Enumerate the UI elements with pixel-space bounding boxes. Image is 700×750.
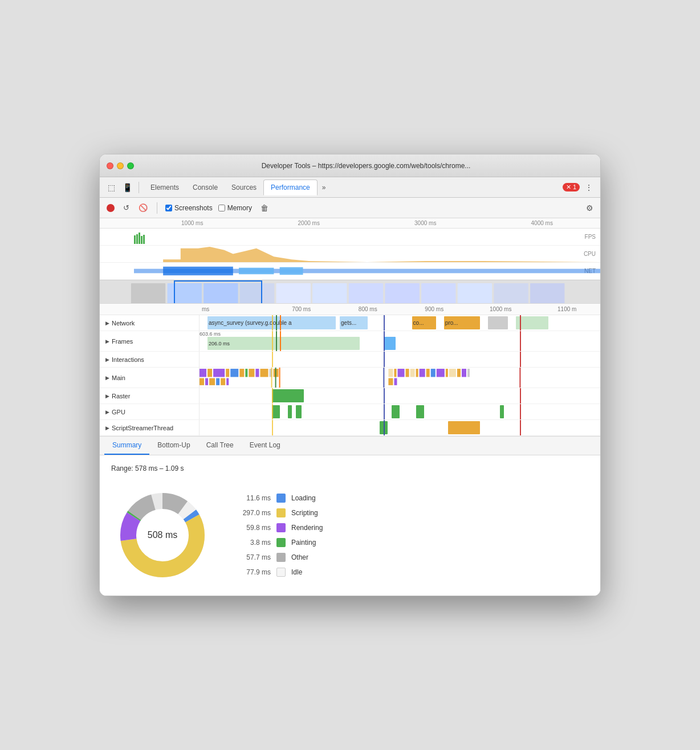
track-main: ▶ Main	[100, 368, 600, 388]
delete-icon[interactable]: 🗑	[258, 201, 271, 215]
raster-block-0[interactable]	[272, 389, 304, 402]
network-block-2[interactable]: co...	[412, 316, 436, 329]
gpu-block-0[interactable]	[272, 405, 280, 418]
close-button[interactable]	[107, 162, 113, 169]
svg-rect-11	[312, 283, 347, 304]
painting-value: 3.8 ms	[237, 539, 271, 547]
raster-label: Raster	[112, 393, 130, 400]
frames-vline-orange	[280, 331, 281, 351]
tab-elements[interactable]: Elements	[144, 180, 186, 195]
devtools-menu-icon[interactable]: ⋮	[582, 181, 596, 194]
track-network: ▶ Network async_survey (survey.g.double …	[100, 315, 600, 331]
gpu-block-5[interactable]	[500, 405, 504, 418]
interactions-track-content	[200, 352, 600, 367]
network-block-4[interactable]	[488, 316, 508, 329]
track-label-gpu[interactable]: ▶ GPU	[100, 404, 200, 419]
script-vline-red	[520, 420, 521, 435]
separator-2	[157, 202, 157, 214]
minimize-button[interactable]	[117, 162, 124, 169]
idle-value: 77.9 ms	[237, 568, 271, 576]
tab-sources[interactable]: Sources	[225, 180, 263, 195]
legend: 11.6 ms Loading 297.0 ms Scripting 59.8 …	[237, 494, 323, 577]
frames-block-1[interactable]	[384, 337, 396, 350]
more-tabs-button[interactable]: »	[318, 181, 331, 194]
settings-icon[interactable]: ⚙	[586, 203, 593, 213]
svg-rect-31	[394, 369, 396, 377]
legend-other: 57.7 ms Other	[237, 553, 323, 562]
summary-content: Range: 578 ms – 1.09 s	[100, 455, 600, 596]
script-vline-blue	[384, 420, 385, 435]
track-label-network[interactable]: ▶ Network	[100, 315, 200, 331]
svg-rect-3	[239, 268, 274, 275]
clear-button[interactable]: 🚫	[137, 202, 149, 214]
svg-rect-44	[467, 369, 470, 377]
vline-red	[520, 315, 521, 331]
script-vline-yellow	[272, 420, 273, 435]
track-label-frames[interactable]: ▶ Frames	[100, 331, 200, 351]
memory-label: Memory	[227, 204, 252, 212]
track-label-script-streamer[interactable]: ▶ ScriptStreamerThread	[100, 420, 200, 435]
svg-rect-50	[226, 378, 229, 385]
tab-call-tree[interactable]: Call Tree	[198, 437, 242, 455]
tab-bottom-up[interactable]: Bottom-Up	[149, 437, 198, 455]
time-ruler-detail: ms 700 ms 800 ms 900 ms 1000 ms 1100 m	[100, 304, 600, 315]
svg-rect-40	[446, 369, 448, 377]
cpu-area	[134, 246, 600, 262]
interact-vline-blue	[384, 352, 385, 367]
screenshots-checkbox[interactable]	[165, 205, 172, 211]
gpu-block-3[interactable]	[392, 405, 400, 418]
svg-rect-41	[449, 369, 456, 377]
frames-label: Frames	[112, 338, 133, 345]
detail-mark-900: 900 ms	[401, 306, 468, 312]
painting-name: Painting	[291, 539, 316, 547]
gpu-vline-red	[520, 404, 521, 419]
main-track-content	[200, 368, 600, 388]
tab-summary[interactable]: Summary	[104, 437, 149, 455]
svg-rect-6	[131, 283, 165, 304]
reload-button[interactable]: ↺	[120, 202, 132, 214]
tab-performance[interactable]: Performance	[263, 180, 318, 195]
memory-checkbox[interactable]	[218, 205, 225, 211]
script-streamer-label: ScriptStreamerThread	[112, 425, 173, 431]
gpu-vline-yellow	[272, 404, 273, 419]
time-mark-2000: 2000 ms	[251, 220, 368, 226]
svg-rect-30	[388, 369, 393, 377]
track-label-raster[interactable]: ▶ Raster	[100, 388, 200, 403]
gpu-block-2[interactable]	[296, 405, 302, 418]
device-toolbar-icon[interactable]: 📱	[120, 181, 134, 194]
rendering-name: Rendering	[291, 524, 323, 532]
svg-rect-39	[437, 369, 445, 377]
timeline-selection[interactable]	[174, 280, 262, 304]
frames-block-0[interactable]: 206.0 ms	[207, 337, 360, 350]
legend-rendering: 59.8 ms Rendering	[237, 523, 323, 532]
legend-painting: 3.8 ms Painting	[237, 538, 323, 547]
memory-checkbox-label[interactable]: Memory	[218, 204, 252, 212]
frames-vline-yellow	[272, 331, 273, 351]
screenshots-checkbox-label[interactable]: Screenshots	[165, 204, 213, 212]
select-tool-icon[interactable]: ⬚	[104, 181, 118, 194]
maximize-button[interactable]	[127, 162, 134, 169]
network-track-content: async_survey (survey.g.double a gets... …	[200, 315, 600, 331]
time-mark-1000: 1000 ms	[134, 220, 251, 226]
svg-rect-15	[458, 283, 492, 304]
network-block-1[interactable]: gets...	[340, 316, 368, 329]
time-mark-4000: 4000 ms	[484, 220, 601, 226]
detail-panel: ms 700 ms 800 ms 900 ms 1000 ms 1100 m ▶…	[100, 304, 600, 437]
gpu-block-1[interactable]	[288, 405, 292, 418]
arrow-icon-gpu: ▶	[105, 409, 109, 415]
traffic-lights	[107, 162, 134, 169]
loading-color	[276, 494, 286, 503]
track-label-main[interactable]: ▶ Main	[100, 368, 200, 388]
tab-event-log[interactable]: Event Log	[242, 437, 288, 455]
track-label-interactions[interactable]: ▶ Interactions	[100, 352, 200, 367]
gpu-block-4[interactable]	[416, 405, 424, 418]
tab-console[interactable]: Console	[186, 180, 225, 195]
svg-rect-19	[207, 369, 212, 377]
devtools-window: Developer Tools – https://developers.goo…	[99, 154, 601, 596]
record-button[interactable]	[107, 204, 115, 212]
network-block-3[interactable]: pro...	[444, 316, 480, 329]
svg-rect-20	[213, 369, 225, 377]
interactions-label: Interactions	[112, 356, 144, 363]
script-block-1[interactable]	[448, 421, 480, 434]
arrow-icon-main: ▶	[105, 375, 109, 381]
